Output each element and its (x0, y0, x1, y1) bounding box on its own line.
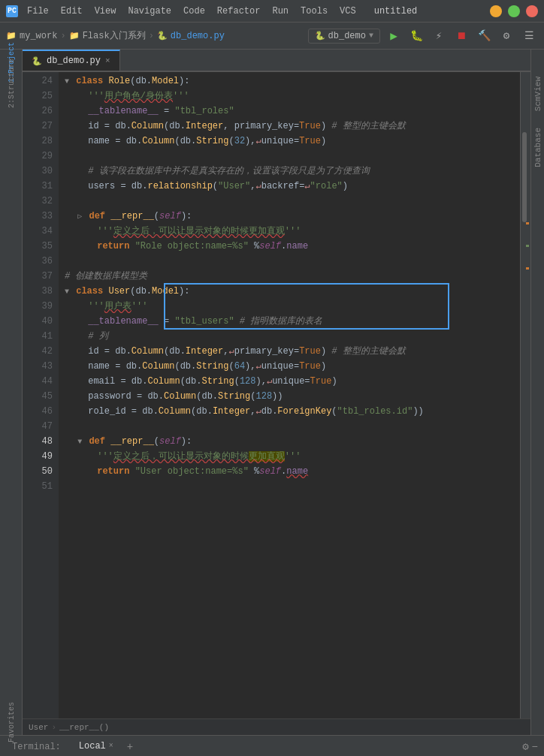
minimap-indicator3 (526, 267, 529, 270)
panel-settings-button[interactable]: ⚙ (522, 740, 528, 753)
app-icon: PC (6, 5, 18, 17)
database-tab[interactable]: Database (532, 123, 544, 172)
local-tab[interactable]: Local × (73, 736, 119, 757)
ln-25: 25 (23, 89, 53, 104)
menu-refactor[interactable]: Refactor (213, 5, 265, 18)
code-line-42: id = db.Column(db.Integer,↵primary_key=T… (59, 344, 520, 359)
run-button[interactable]: ▶ (385, 27, 403, 45)
ln-34: 34 (23, 224, 53, 239)
sidebar-structure[interactable]: 2:Structure (2, 74, 21, 93)
fold-icon-38[interactable]: ▼ (65, 288, 69, 296)
code-line-47 (59, 419, 520, 434)
project-icon: 📁 (6, 31, 17, 41)
ln-45: 45 (23, 389, 53, 404)
scmview-tab[interactable]: ScmView (532, 72, 544, 116)
code-line-41: # 列 (59, 329, 520, 344)
sidebar-favorites[interactable]: Favorites (2, 712, 21, 732)
breadcrumb-project[interactable]: my_work (20, 31, 57, 41)
ln-36: 36 (23, 254, 53, 269)
title-text: untitled (370, 5, 422, 18)
ln-47: 47 (23, 419, 53, 434)
run-config-selector[interactable]: 🐍 db_demo ▼ (308, 29, 380, 44)
breadcrumb-class[interactable]: User (29, 723, 48, 732)
breadcrumb-file[interactable]: db_demo.py (171, 31, 225, 41)
menu-run[interactable]: Run (267, 5, 293, 18)
add-terminal-button[interactable]: + (122, 739, 138, 754)
menu-vcs[interactable]: VCS (335, 5, 361, 18)
code-content[interactable]: ▼ class Role(db.Model): '''用户角色/身份表''' _… (59, 72, 520, 718)
minimize-button[interactable] (490, 5, 502, 17)
ln-28: 28 (23, 134, 53, 149)
minimap-indicator (526, 222, 529, 224)
build-button[interactable]: 🔨 (475, 27, 493, 45)
settings-button[interactable]: ⚙ (497, 27, 515, 45)
ln-35: 35 (23, 239, 53, 254)
code-line-24: ▼ class Role(db.Model): (59, 74, 520, 89)
ln-29: 29 (23, 149, 53, 164)
panel-actions: ⚙ − (522, 740, 538, 753)
scrollbar-thumb[interactable] (522, 132, 527, 222)
bottom-panel: Terminal: Local × + ⚙ − In [1]: from db_… (0, 735, 544, 756)
menu-view[interactable]: View (90, 5, 121, 18)
code-line-27: id = db.Column(db.Integer, primary_key=T… (59, 119, 520, 134)
menu-tools[interactable]: Tools (296, 5, 332, 18)
debug-button[interactable]: 🐛 (407, 27, 425, 45)
ln-41: 41 (23, 329, 53, 344)
ln-33: 33 (23, 209, 53, 224)
breadcrumb: 📁 my_work › 📁 Flask入门系列 › 🐍 db_demo.py (6, 29, 225, 42)
code-line-50: return "User object:name=%s" %self.name (59, 464, 520, 479)
code-line-31: users = db.relationship("User",↵backref=… (59, 179, 520, 194)
ln-49: 49 (23, 449, 53, 464)
editor-breadcrumb: User › __repr__() (23, 718, 530, 735)
fold-icon-33[interactable]: ▷ (77, 212, 82, 221)
code-line-43: name = db.Column(db.String(64),↵unique=T… (59, 359, 520, 374)
folder-icon: 📁 (69, 31, 80, 41)
bottom-tab-bar: Terminal: Local × + ⚙ − (0, 736, 544, 756)
fold-icon-48[interactable]: ▼ (77, 438, 82, 446)
tab-file-icon: 🐍 (32, 56, 42, 66)
close-button[interactable] (526, 5, 538, 17)
code-line-45: password = db.Column(db.String(128)) (59, 389, 520, 404)
ln-32: 32 (23, 194, 53, 209)
code-line-48: ▼ def __repr__(self): (59, 434, 520, 449)
tab-close[interactable]: × (105, 56, 110, 65)
ln-37: 37 (23, 269, 53, 284)
ln-27: 27 (23, 119, 53, 134)
run-config-icon: 🐍 (315, 31, 325, 41)
ln-48: 48 (23, 434, 53, 449)
menu-edit[interactable]: Edit (56, 5, 87, 18)
right-scrollbar[interactable] (520, 72, 530, 718)
hamburger-button[interactable]: ☰ (520, 27, 538, 45)
ln-42: 42 (23, 344, 53, 359)
code-line-39: '''用户表''' (59, 299, 520, 314)
code-line-46: role_id = db.Column(db.Integer,↵db.Forei… (59, 404, 520, 419)
ln-40: 40 (23, 314, 53, 329)
local-tab-close[interactable]: × (109, 742, 113, 750)
panel-close-button[interactable]: − (532, 741, 538, 753)
run-config-dropdown[interactable]: ▼ (369, 32, 373, 40)
file-icon: 🐍 (157, 31, 168, 41)
code-line-25: '''用户角色/身份表''' (59, 89, 520, 104)
menu-file[interactable]: File (23, 5, 53, 18)
toolbar-right: 🐍 db_demo ▼ ▶ 🐛 ⚡ ⏹ 🔨 ⚙ ☰ (308, 27, 538, 45)
stop-button[interactable]: ⏹ (452, 27, 470, 45)
breadcrumb-folder[interactable]: Flask入门系列 (83, 29, 146, 42)
ln-43: 43 (23, 359, 53, 374)
run-config-name: db_demo (328, 31, 366, 41)
menu-navigate[interactable]: Navigate (123, 5, 176, 18)
breadcrumb-method[interactable]: __repr__() (59, 723, 109, 732)
menu-bar: File Edit View Navigate Code Refactor Ru… (23, 5, 422, 18)
editor-area: 🐍 db_demo.py × 24 25 26 27 28 29 30 31 3… (23, 50, 530, 735)
ln-51: 51 (23, 479, 53, 494)
code-line-26: __tablename__ = "tbl_roles" (59, 104, 520, 119)
ln-50: 50 (23, 464, 53, 479)
fold-icon-24[interactable]: ▼ (65, 77, 69, 86)
line-numbers: 24 25 26 27 28 29 30 31 32 33 34 35 36 3… (23, 72, 59, 718)
left-sidebar: 1:Project 2:Structure Favorites (0, 50, 23, 735)
code-line-32 (59, 194, 520, 209)
code-line-30: # 该字段在数据库中并不是真实存在的，设置该字段只是为了方便查询 (59, 164, 520, 179)
maximize-button[interactable] (508, 5, 520, 17)
run-coverage-button[interactable]: ⚡ (430, 27, 448, 45)
menu-code[interactable]: Code (179, 5, 210, 18)
tab-db-demo[interactable]: 🐍 db_demo.py × (23, 50, 120, 71)
